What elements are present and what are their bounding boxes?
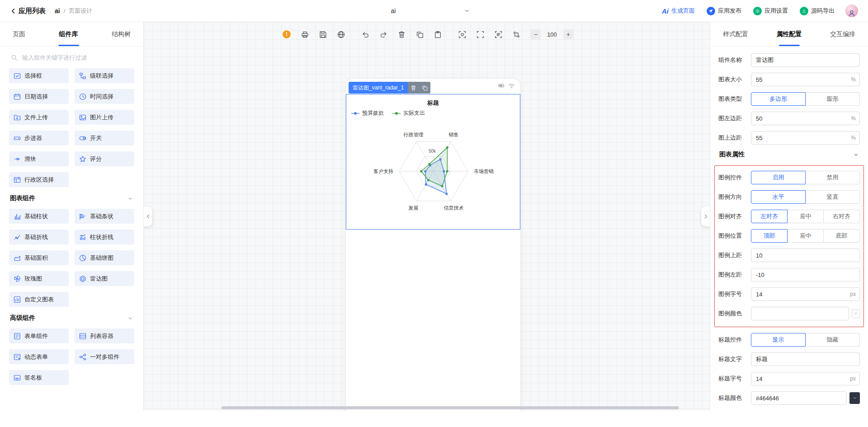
component-item[interactable]: 步进器 bbox=[9, 131, 69, 145]
doc-scan-button[interactable] bbox=[492, 28, 505, 41]
topbar-action-export[interactable]: 源码导出 bbox=[800, 7, 835, 15]
topbar-action-generate[interactable]: Ai生成页面 bbox=[662, 7, 695, 15]
topbar-action-label: 源码导出 bbox=[811, 7, 835, 15]
toggle-option[interactable]: 多边形 bbox=[751, 92, 806, 106]
group-header[interactable]: 高级组件 bbox=[10, 314, 133, 322]
paste-button[interactable] bbox=[431, 28, 444, 41]
globe-button[interactable] bbox=[335, 28, 347, 41]
property-input[interactable] bbox=[751, 249, 860, 262]
toggle-option[interactable]: 启用 bbox=[751, 171, 806, 184]
rose-chart-icon bbox=[14, 275, 21, 282]
component-item[interactable]: 日期选择 bbox=[9, 89, 69, 104]
legend-item[interactable]: 实际支出 bbox=[392, 109, 425, 117]
component-item[interactable]: 一对多组件 bbox=[75, 349, 134, 364]
save-button[interactable] bbox=[316, 28, 329, 41]
topbar-action-publish[interactable]: 应用发布 bbox=[707, 7, 741, 15]
collapse-sidebar-handle[interactable] bbox=[144, 206, 152, 226]
property-input[interactable] bbox=[751, 307, 849, 320]
collapse-panel-handle[interactable] bbox=[701, 206, 710, 226]
toggle-option[interactable]: 禁用 bbox=[805, 171, 860, 184]
avatar[interactable] bbox=[845, 5, 858, 17]
component-item[interactable]: 动态表单 bbox=[9, 349, 69, 364]
component-item[interactable]: 图片上传 bbox=[75, 110, 134, 125]
component-item[interactable]: 柱状折线 bbox=[75, 230, 134, 244]
breadcrumb-app[interactable]: ai bbox=[55, 7, 60, 14]
component-item[interactable]: 基础柱状 bbox=[9, 209, 69, 224]
property-input[interactable] bbox=[751, 352, 860, 366]
component-item[interactable]: 评分 bbox=[75, 151, 134, 166]
horizontal-scrollbar[interactable] bbox=[222, 406, 679, 409]
component-item[interactable]: 行政区选择 bbox=[9, 172, 69, 187]
delete-widget-button[interactable] bbox=[408, 82, 419, 94]
toggle-option[interactable]: 水平 bbox=[751, 190, 806, 204]
color-swatch-button[interactable] bbox=[849, 392, 860, 404]
printer-button[interactable] bbox=[298, 28, 311, 41]
property-input[interactable] bbox=[751, 268, 860, 282]
undo-button[interactable] bbox=[359, 28, 372, 41]
search-input[interactable] bbox=[22, 54, 132, 61]
legend-label: 预算拨款 bbox=[362, 109, 384, 117]
delete-button[interactable] bbox=[395, 28, 408, 41]
sidebar-tab-0[interactable]: 页面 bbox=[13, 22, 25, 46]
toggle-option[interactable]: 右对齐 bbox=[823, 210, 860, 223]
focus-button[interactable] bbox=[456, 28, 468, 41]
component-item[interactable]: 雷达图 bbox=[75, 271, 134, 286]
app-select[interactable]: ai bbox=[316, 0, 470, 22]
component-item[interactable]: 时间选择 bbox=[75, 89, 134, 104]
toggle-option[interactable]: 显示 bbox=[751, 333, 806, 347]
property-input[interactable] bbox=[751, 53, 860, 67]
legend-item[interactable]: 预算拨款 bbox=[351, 109, 384, 117]
zoom-out-button[interactable]: − bbox=[531, 29, 541, 39]
property-input[interactable] bbox=[751, 372, 860, 385]
component-item[interactable]: 列表容器 bbox=[75, 328, 134, 343]
copy-widget-button[interactable] bbox=[419, 82, 430, 94]
component-item[interactable]: 基础面积 bbox=[9, 250, 69, 265]
component-item[interactable]: 开关 bbox=[75, 131, 134, 145]
back-button[interactable]: 应用列表 bbox=[10, 7, 46, 15]
toggle-option[interactable]: 顶部 bbox=[751, 229, 788, 243]
property-input[interactable] bbox=[751, 391, 847, 405]
design-canvas[interactable]: ! − 100 + 雷达图_vant_radar_1 标题 预算拨款实际支出 bbox=[144, 22, 710, 411]
component-item[interactable]: 基础折线 bbox=[9, 230, 69, 244]
sidebar-tab-1[interactable]: 组件库 bbox=[59, 22, 78, 46]
toggle-option[interactable]: 左对齐 bbox=[751, 210, 788, 223]
panel-tab-1[interactable]: 属性配置 bbox=[777, 22, 802, 46]
redo-button[interactable] bbox=[377, 28, 390, 41]
component-item[interactable]: 基础条状 bbox=[75, 209, 134, 224]
info-icon: ! bbox=[283, 30, 291, 38]
component-item[interactable]: 基础饼图 bbox=[75, 250, 134, 265]
component-item[interactable]: 文件上传 bbox=[9, 110, 69, 125]
toggle-option[interactable]: 居中 bbox=[787, 210, 824, 223]
component-item[interactable]: 自定义图表 bbox=[9, 292, 69, 307]
toggle-option[interactable]: 圆形 bbox=[805, 92, 860, 106]
info-button[interactable]: ! bbox=[280, 28, 293, 41]
chart-props-section-header[interactable]: 图表属性 bbox=[719, 150, 859, 159]
zoom-in-button[interactable]: + bbox=[563, 29, 573, 39]
toggle-option[interactable]: 隐藏 bbox=[805, 333, 860, 347]
component-item[interactable]: 级联选择 bbox=[75, 68, 134, 83]
property-input[interactable] bbox=[751, 112, 860, 125]
panel-tab-0[interactable]: 样式配置 bbox=[723, 22, 748, 46]
toggle-option[interactable]: 竖直 bbox=[805, 190, 860, 204]
component-item[interactable]: 玫瑰图 bbox=[9, 271, 69, 286]
clear-color-button[interactable] bbox=[852, 309, 860, 318]
crop-button[interactable] bbox=[510, 28, 523, 41]
component-item[interactable]: 选择框 bbox=[9, 68, 69, 83]
component-item[interactable]: 签名板 bbox=[9, 370, 69, 385]
sidebar-tab-2[interactable]: 结构树 bbox=[112, 22, 131, 46]
copy-button[interactable] bbox=[413, 28, 426, 41]
toggle-option[interactable]: 居中 bbox=[787, 229, 824, 243]
property-row: 标题文字 bbox=[718, 352, 860, 366]
topbar-action-settings[interactable]: 应用设置 bbox=[753, 7, 788, 15]
component-item[interactable]: 滑块 bbox=[9, 151, 69, 166]
panel-tab-2[interactable]: 交互编排 bbox=[830, 22, 855, 46]
property-input[interactable] bbox=[751, 287, 860, 301]
breadcrumb: ai / 页面设计 bbox=[55, 7, 92, 15]
component-item[interactable]: 表单组件 bbox=[9, 328, 69, 343]
property-input[interactable] bbox=[751, 73, 860, 86]
toggle-option[interactable]: 底部 bbox=[823, 229, 860, 243]
property-input[interactable] bbox=[751, 131, 860, 145]
fullscreen-button[interactable] bbox=[474, 28, 486, 41]
radar-widget[interactable]: 雷达图_vant_radar_1 标题 预算拨款实际支出 销售市场营销信息技术发… bbox=[346, 94, 520, 230]
group-header[interactable]: 图表组件 bbox=[10, 194, 133, 202]
